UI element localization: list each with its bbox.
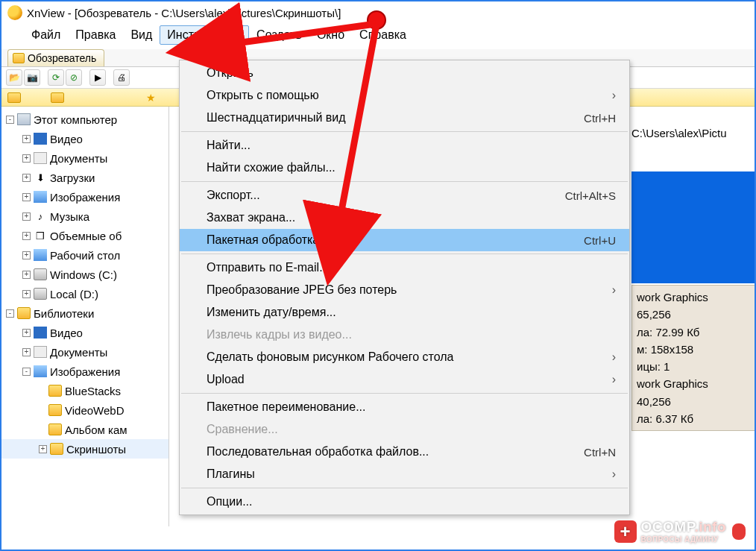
star-icon[interactable]: ★ (146, 92, 156, 104)
toolbar-print-button[interactable]: 🖨 (113, 69, 130, 86)
tree-label: Local (D:) (50, 288, 98, 300)
expand-icon[interactable]: + (22, 271, 31, 279)
menu-item[interactable]: Найти схожие файлы... (180, 157, 629, 179)
property-line: ицы: 1 (637, 358, 756, 375)
tree-item[interactable]: +Local (D:) (1, 284, 168, 303)
menu-item-label: Открыть с помощью (207, 89, 319, 102)
expand-icon[interactable]: + (39, 445, 47, 453)
menu-item-label: Отправить по E-mail... (207, 261, 329, 274)
collapse-icon[interactable]: - (6, 116, 14, 124)
thumbnail-selected[interactable] (631, 171, 756, 283)
plus-icon: + (614, 520, 637, 543)
tree-item[interactable]: +Windows (C:) (1, 265, 168, 284)
menu-item[interactable]: Опции... (180, 491, 629, 513)
toolbar-refresh-button[interactable]: ⟳ (48, 69, 64, 86)
tree-item[interactable]: -Библиотеки (1, 303, 168, 323)
collapse-icon[interactable]: - (6, 309, 14, 318)
folder-tree[interactable]: -Этот компьютер+Видео+Документы+⬇Загрузк… (1, 107, 169, 526)
expand-icon[interactable]: + (22, 290, 31, 298)
menu-item-label: Сравнение... (207, 423, 278, 436)
menu-item: Сравнение... (180, 418, 629, 441)
menu-item-label: Найти... (207, 139, 251, 152)
app-icon (7, 5, 22, 20)
tree-item[interactable]: +Рабочий стол (1, 245, 168, 265)
pc-icon (17, 113, 31, 125)
tree-label: Загрузки (50, 171, 95, 184)
menu-item[interactable]: Пакетное переименование... (180, 396, 629, 418)
tree-item[interactable]: BlueStacks (1, 381, 168, 400)
expand-icon[interactable]: + (22, 212, 31, 221)
expand-icon[interactable]: + (22, 193, 31, 201)
img-icon (34, 365, 47, 377)
property-line: ла: 72.99 Кб (637, 324, 756, 341)
menu-item[interactable]: Плагины› (180, 463, 629, 485)
menu-item[interactable]: Upload› (180, 368, 629, 391)
tree-item[interactable]: +Видео (1, 323, 168, 342)
menu-инструменты[interactable]: Инструменты (160, 25, 249, 45)
menu-item[interactable]: Преобразование JPEG без потерь› (180, 279, 629, 301)
menu-separator (181, 488, 628, 488)
favorites-icon[interactable] (7, 92, 21, 103)
expand-icon[interactable]: + (22, 232, 31, 240)
tree-item[interactable]: +⬇Загрузки (1, 168, 168, 187)
folder-icon (48, 385, 62, 397)
tree-item[interactable]: +❒Объемные об (1, 226, 168, 245)
menu-item[interactable]: Отправить по E-mail... (180, 256, 629, 279)
tree-label: Библиотеки (34, 307, 94, 320)
toolbar-open-button[interactable]: 📂 (6, 69, 22, 86)
menu-item-label: Опции... (207, 495, 252, 509)
menu-правка[interactable]: Правка (68, 25, 123, 45)
expand-icon[interactable]: + (22, 329, 31, 337)
folder-icon (17, 307, 31, 319)
menu-item[interactable]: Последовательная обработка файлов...Ctrl… (180, 441, 629, 463)
menu-item-label: Экспорт... (207, 189, 260, 202)
menu-item[interactable]: Сделать фоновым рисунком Рабочего стола› (180, 346, 629, 368)
tree-item[interactable]: +♪Музыка (1, 207, 168, 226)
toolbar-acquire-button[interactable]: 📷 (24, 69, 40, 86)
menu-item[interactable]: Открыть (180, 62, 629, 84)
menu-окно[interactable]: Окно (309, 25, 352, 45)
tree-item[interactable]: +Скриншоты (1, 439, 168, 459)
tree-label: Рабочий стол (50, 249, 120, 262)
menu-shortcut: Ctrl+N (584, 446, 616, 459)
tree-item[interactable]: +Документы (1, 342, 168, 362)
menu-item[interactable]: Изменить дату/время... (180, 301, 629, 324)
menu-item-label: Пакетное переименование... (207, 400, 366, 414)
tree-item[interactable]: +Видео (1, 129, 168, 148)
favorites-icon[interactable] (51, 92, 64, 103)
menu-вид[interactable]: Вид (123, 25, 160, 45)
collapse-icon[interactable]: - (22, 368, 31, 376)
menu-item[interactable]: Открыть с помощью› (180, 84, 629, 107)
tree-label: Объемные об (50, 230, 122, 242)
menu-item[interactable]: Шестнадцатиричный видCtrl+H (180, 107, 629, 129)
menu-файл[interactable]: Файл (24, 25, 68, 45)
tree-label: Видео (50, 133, 83, 145)
menu-item[interactable]: Экспорт...Ctrl+Alt+S (180, 184, 629, 207)
doc-icon (34, 152, 47, 164)
expand-icon[interactable]: + (22, 154, 31, 163)
expand-icon[interactable]: + (22, 348, 31, 356)
window-title: XnView - [Обозреватель - C:\Users\alex\P… (27, 7, 341, 19)
tree-item[interactable]: +Документы (1, 148, 168, 168)
menu-создать[interactable]: Создать (249, 25, 309, 45)
expand-icon[interactable]: + (22, 251, 31, 259)
tab-browser[interactable]: Обозреватель (7, 49, 104, 66)
menu-item-label: Найти схожие файлы... (207, 161, 336, 174)
toolbar-stop-button[interactable]: ⊘ (66, 69, 82, 86)
property-line: 40,256 (637, 393, 756, 410)
menu-item[interactable]: Захват экрана... (180, 207, 629, 229)
toolbar-forward-button[interactable]: ▶ (89, 69, 106, 86)
tree-item[interactable]: -Этот компьютер (1, 110, 168, 129)
tree-item[interactable]: VideoWebD (1, 400, 168, 420)
menu-item-label: Пакетная обработка... (207, 233, 330, 247)
menu-item[interactable]: Пакетная обработка...Ctrl+U (180, 229, 629, 251)
drive-icon (34, 268, 47, 280)
tree-item[interactable]: -Изображения (1, 362, 168, 381)
expand-icon[interactable]: + (22, 174, 31, 182)
expand-icon[interactable]: + (22, 135, 31, 143)
chevron-right-icon: › (612, 373, 616, 386)
tree-item[interactable]: +Изображения (1, 187, 168, 207)
menu-справка[interactable]: Справка (352, 25, 414, 45)
menu-item[interactable]: Найти... (180, 134, 629, 157)
tree-item[interactable]: Альбом кам (1, 420, 168, 439)
